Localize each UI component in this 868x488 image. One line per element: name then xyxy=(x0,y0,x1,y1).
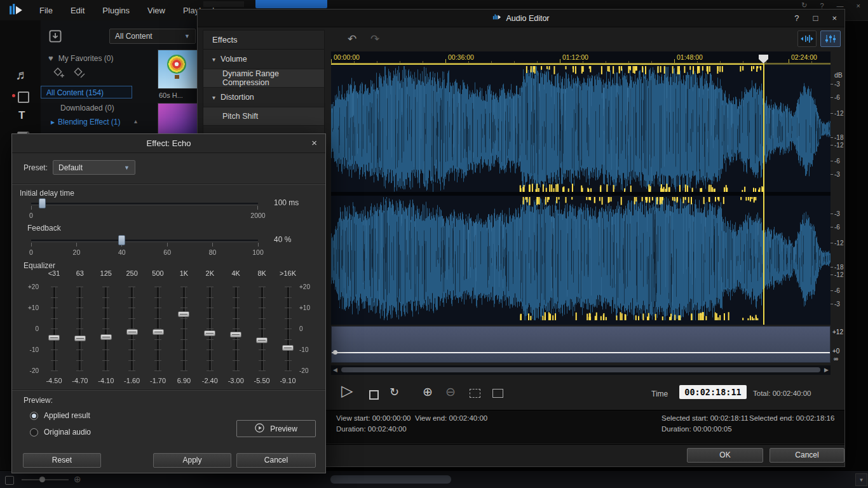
effects-item-label: Distortion xyxy=(220,93,254,102)
scrollbar-thumb[interactable] xyxy=(341,367,820,372)
delay-slider-thumb[interactable] xyxy=(39,198,46,208)
feedback-slider[interactable] xyxy=(31,240,258,242)
undo-icon[interactable]: ↶ xyxy=(348,32,356,46)
editor-titlebar[interactable]: Audio Editor xyxy=(198,10,844,27)
library-downloaded[interactable]: Downloaded (0) xyxy=(60,104,114,112)
content-filter-dropdown[interactable]: All Content ▼ xyxy=(109,29,196,44)
scroll-up-icon[interactable]: ▴ xyxy=(134,118,137,125)
time-display[interactable]: 00:02:18:11 xyxy=(679,385,747,399)
preview-button[interactable]: Preview xyxy=(236,420,316,437)
filter-value: All Content xyxy=(115,32,153,41)
dialog-titlebar[interactable]: Effect: Echo xyxy=(12,134,325,153)
feedback-scale-label: 100 xyxy=(248,248,268,256)
scroll-down-button[interactable]: ▼ xyxy=(855,473,867,486)
zoom-out-button[interactable]: ⊖ xyxy=(445,384,456,399)
eq-band-thumb[interactable] xyxy=(256,337,268,343)
close-icon[interactable]: × xyxy=(857,2,860,10)
effects-item-dynamic-range-compression[interactable]: Dynamic Range Compression xyxy=(203,69,324,88)
radio-icon[interactable] xyxy=(30,428,38,437)
waveform-view-button[interactable] xyxy=(797,30,817,47)
media-thumbnail-purple[interactable] xyxy=(158,103,200,135)
menu-plugins[interactable]: Plugins xyxy=(102,6,130,15)
waveform-scrollbar[interactable]: ◀ ▶ xyxy=(331,365,831,375)
menu-edit[interactable]: Edit xyxy=(71,6,85,15)
db-tick xyxy=(831,267,833,268)
library-blending-effect[interactable]: ▸ Blending Effect (1) xyxy=(51,118,121,126)
favorites-row[interactable]: ♥ My Favorites (0) xyxy=(48,53,113,63)
eq-band-tick xyxy=(180,308,187,308)
gain-overview-strip[interactable] xyxy=(331,326,831,363)
eq-band-thumb[interactable] xyxy=(100,334,112,340)
menu-view[interactable]: View xyxy=(147,6,165,15)
zoom-in-button[interactable]: ⊕ xyxy=(423,384,433,399)
reset-button[interactable]: Reset xyxy=(23,453,101,468)
effects-item-pitch-shift[interactable]: Pitch Shift xyxy=(203,107,324,126)
radio-icon[interactable] xyxy=(30,412,38,420)
eq-band-tick xyxy=(154,349,161,350)
eq-band-thumb[interactable] xyxy=(153,329,164,335)
eq-band-thumb[interactable] xyxy=(74,336,86,341)
playhead-line[interactable] xyxy=(763,64,764,325)
waveform-canvas[interactable] xyxy=(331,64,831,325)
close-icon[interactable]: × xyxy=(311,137,317,148)
eq-band-thumb[interactable] xyxy=(178,311,189,317)
effects-item-distortion[interactable]: ▾Distortion xyxy=(203,88,324,107)
loop-button[interactable]: ↻ xyxy=(390,385,399,399)
preset-value: Default xyxy=(58,163,83,172)
feedback-slider-thumb[interactable] xyxy=(118,235,125,245)
timeline-zoom-slider[interactable] xyxy=(22,479,69,480)
eq-band-tick xyxy=(180,297,187,298)
library-all-content[interactable]: All Content (154) xyxy=(41,86,132,98)
preview-option-applied-result[interactable]: Applied result xyxy=(30,411,90,420)
audio-editor-icon xyxy=(492,13,501,24)
remove-tag-icon[interactable] xyxy=(72,66,85,81)
import-media-icon[interactable] xyxy=(48,29,62,43)
zoom-fit-button[interactable] xyxy=(492,389,503,398)
preset-dropdown[interactable]: Default ▼ xyxy=(53,160,135,175)
close-icon[interactable]: × xyxy=(832,13,837,23)
play-button[interactable]: ▷ xyxy=(341,382,353,400)
cancel-button[interactable]: Cancel xyxy=(236,453,316,468)
title-room-icon[interactable]: T xyxy=(18,109,25,122)
eq-band-tick xyxy=(51,360,58,361)
delay-slider[interactable] xyxy=(31,203,258,205)
gain-envelope-node[interactable] xyxy=(333,350,337,355)
scroll-right-icon[interactable]: ▶ xyxy=(824,367,829,373)
scroll-left-icon[interactable]: ◀ xyxy=(333,367,337,373)
eq-band-tick xyxy=(233,349,240,350)
eq-band-tick xyxy=(285,370,292,371)
stop-button[interactable] xyxy=(369,390,379,400)
zoom-slider-thumb[interactable] xyxy=(39,477,45,482)
eq-band-thumb[interactable] xyxy=(48,335,60,341)
eq-band-thumb[interactable] xyxy=(204,330,215,336)
help-icon[interactable]: ? xyxy=(794,13,799,23)
timeline-ruler[interactable]: 00:00:0000:36:0001:12:0001:48:0002:24:00 xyxy=(331,51,831,64)
snap-icon[interactable] xyxy=(5,476,14,485)
eq-band-tick xyxy=(102,308,109,308)
effects-item-volume[interactable]: ▾Volume xyxy=(203,50,324,69)
media-thumbnail-balloon[interactable] xyxy=(158,50,198,89)
eq-band-thumb[interactable] xyxy=(230,332,241,337)
ok-button[interactable]: OK xyxy=(687,448,763,463)
effect-settings-button[interactable] xyxy=(820,30,841,47)
help-icon[interactable]: ? xyxy=(820,2,824,10)
eq-band-value: -5.50 xyxy=(248,377,276,384)
preview-option-original-audio[interactable]: Original audio xyxy=(30,428,91,437)
redo-icon[interactable]: ↷ xyxy=(370,32,379,46)
cancel-button[interactable]: Cancel xyxy=(770,448,844,463)
minimize-icon[interactable]: — xyxy=(837,2,844,10)
media-room-icon[interactable]: ♬ xyxy=(15,67,29,83)
menu-file[interactable]: File xyxy=(39,6,53,15)
apply-button[interactable]: Apply xyxy=(153,453,231,468)
eq-band-thumb[interactable] xyxy=(282,345,294,351)
maximize-icon[interactable]: □ xyxy=(813,13,818,23)
zoom-selection-button[interactable] xyxy=(470,389,480,398)
add-tag-icon[interactable] xyxy=(52,66,65,81)
gain-envelope-line[interactable] xyxy=(332,352,830,353)
timeline-scrollbar-thumb[interactable] xyxy=(330,475,451,484)
ruler-minor-tick xyxy=(720,61,721,63)
effect-room-icon[interactable] xyxy=(18,92,29,103)
zoom-in-icon[interactable]: ⊕ xyxy=(74,474,81,484)
produce-button-partial[interactable] xyxy=(255,0,327,8)
eq-band-thumb[interactable] xyxy=(126,329,138,335)
